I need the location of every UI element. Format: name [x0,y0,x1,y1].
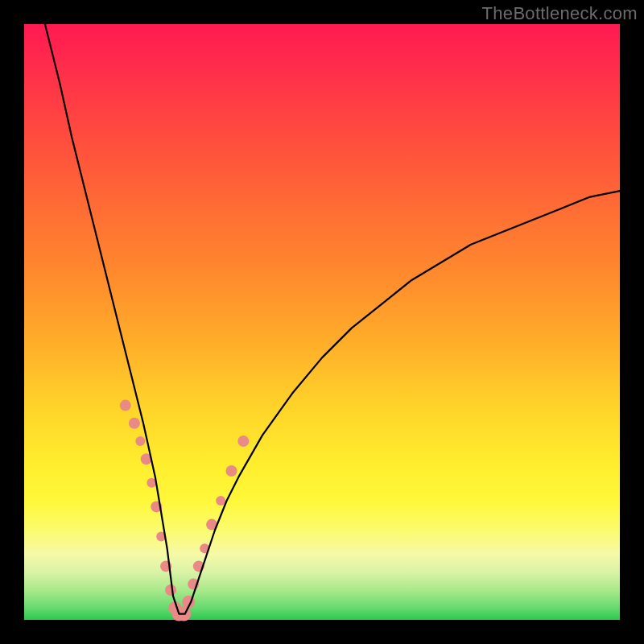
highlight-dot [226,465,237,477]
plot-area [24,24,620,620]
bottleneck-curve [45,24,620,614]
watermark-text: TheBottleneck.com [482,3,638,24]
highlight-dot [237,436,249,447]
highlight-dot [165,584,176,596]
chart-root: TheBottleneck.com [0,0,644,644]
highlight-dot [129,418,140,429]
highlight-dot [216,496,225,506]
curve-svg [24,24,620,620]
highlight-dot [120,400,131,411]
highlight-dot [135,436,145,446]
marker-layer [120,400,250,621]
